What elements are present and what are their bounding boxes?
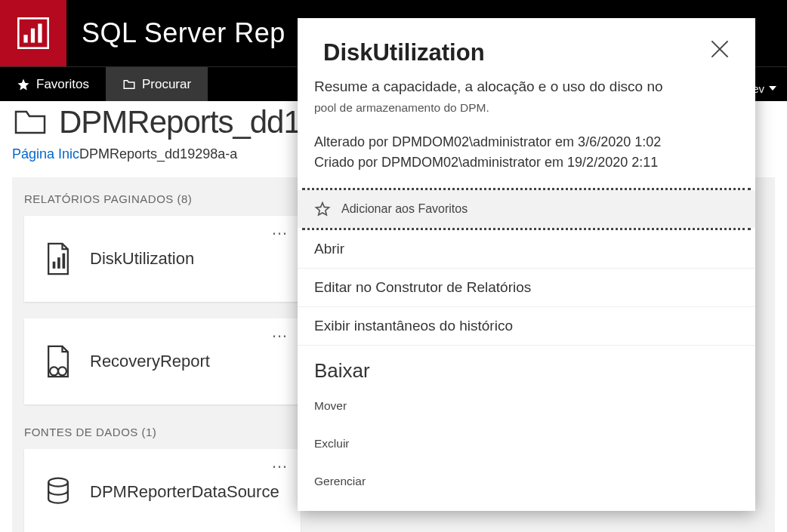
tab-favorites-label: Favoritos [36, 77, 89, 92]
created-by: Criado por DPMDOM02\administrator em 19/… [314, 152, 739, 173]
brand-tile[interactable] [0, 0, 66, 66]
star-filled-icon [17, 78, 30, 91]
tab-favorites[interactable]: Favoritos [0, 67, 106, 101]
card-label: RecoveryReport [90, 352, 210, 371]
modified-by: Alterado por DPMDOM02\administrator em 3… [314, 132, 739, 152]
svg-rect-6 [63, 254, 66, 269]
breadcrumb-home[interactable]: Página Inic [12, 146, 79, 161]
star-outline-icon [314, 201, 331, 217]
svg-rect-3 [38, 23, 42, 42]
card-more-button[interactable]: … [271, 221, 289, 238]
card-diskutilization[interactable]: … DiskUtilization [24, 216, 301, 302]
caret-down-icon [769, 86, 776, 91]
menu-edit[interactable]: Editar no Construtor de Relatórios [298, 269, 755, 307]
desc-line2: pool de armazenamento do DPM. [314, 101, 489, 114]
menu-delete[interactable]: Excluir [298, 425, 755, 463]
folder-icon [12, 104, 48, 140]
menu-manage[interactable]: Gerenciar [298, 463, 755, 500]
svg-point-9 [48, 478, 68, 487]
menu-open[interactable]: Abrir [298, 230, 755, 269]
desc-line1: Resume a capacidade, a alocação e o uso … [314, 78, 663, 94]
linked-report-icon [42, 345, 75, 378]
close-button[interactable] [707, 36, 733, 62]
panel-metadata: Alterado por DPMDOM02\administrator em 3… [298, 117, 755, 188]
tab-browse[interactable]: Procurar [106, 67, 208, 101]
add-to-favorites[interactable]: Adicionar aos Favoritos [298, 190, 755, 228]
menu-download[interactable]: Baixar [298, 346, 755, 387]
card-label: DPMReporterDataSource [90, 482, 279, 502]
card-label: DiskUtilization [90, 249, 194, 269]
database-icon [42, 475, 75, 509]
panel-title: DiskUtilization [323, 39, 730, 66]
card-more-button[interactable]: … [271, 324, 289, 340]
report-icon [42, 242, 75, 275]
menu-history[interactable]: Exibir instantâneos do histórico [298, 307, 755, 346]
favorites-label: Adicionar aos Favoritos [341, 202, 468, 216]
bar-chart-icon [17, 17, 49, 49]
svg-rect-5 [57, 257, 60, 269]
menu-move[interactable]: Mover [298, 387, 755, 425]
card-recoveryreport[interactable]: … RecoveryReport [24, 318, 301, 404]
svg-point-8 [58, 367, 66, 375]
card-datasource[interactable]: … DPMReporterDataSource [24, 449, 301, 532]
panel-menu: Abrir Editar no Construtor de Relatórios… [298, 230, 755, 500]
svg-rect-1 [23, 35, 27, 43]
tab-browse-label: Procurar [142, 77, 191, 92]
panel-description: Resume a capacidade, a alocação e o uso … [298, 74, 755, 117]
svg-rect-4 [53, 262, 56, 269]
context-panel: DiskUtilization Resume a capacidade, a a… [298, 18, 755, 511]
folder-outline-icon [122, 78, 136, 91]
app-title: SQL Server Rep [66, 17, 285, 49]
card-more-button[interactable]: … [271, 454, 289, 471]
svg-point-7 [50, 367, 58, 375]
svg-rect-2 [31, 29, 35, 43]
breadcrumb-current: DPMReports_dd19298a-a [79, 146, 237, 161]
